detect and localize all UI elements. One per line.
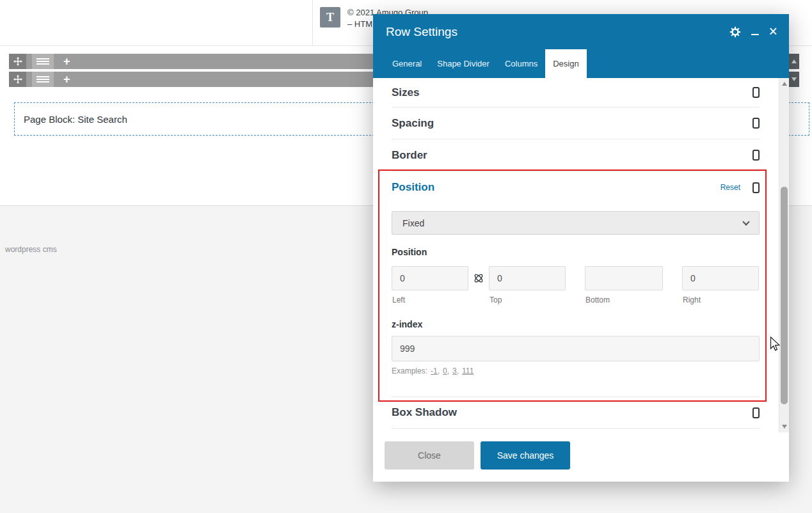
device-phone-icon[interactable] [752, 150, 760, 161]
move-row-up-button[interactable] [789, 54, 799, 69]
section-title: Sizes [392, 86, 419, 99]
chevron-up-icon [792, 59, 797, 63]
section-title: Border [392, 149, 427, 162]
section-title-position: Position [392, 181, 434, 194]
tab-columns[interactable]: Columns [497, 49, 545, 78]
position-left-input[interactable] [392, 266, 468, 290]
unlink-values-icon[interactable] [473, 272, 484, 284]
accordion-spacing[interactable]: Spacing [392, 107, 760, 139]
scroll-up-icon[interactable] [782, 82, 787, 86]
device-phone-icon[interactable] [752, 87, 760, 98]
example-link[interactable]: 3, [452, 367, 459, 375]
position-type-select[interactable]: Fixed [392, 211, 760, 235]
section-title: Box Shadow [392, 406, 457, 419]
zindex-examples: Examples:-1,0,3,111 [392, 367, 474, 375]
accordion-box-shadow[interactable]: Box Shadow [392, 397, 760, 429]
example-link[interactable]: 111 [462, 367, 474, 375]
field-label-right: Right [683, 296, 701, 304]
row-layout-icon[interactable] [32, 54, 54, 69]
move-row-handle[interactable] [9, 54, 26, 69]
zindex-input[interactable] [392, 336, 760, 361]
modal-footer: Close Save changes [373, 432, 789, 482]
modal-title: Row Settings [386, 25, 458, 39]
chevron-down-icon [742, 218, 749, 225]
move-icon [13, 75, 22, 84]
device-phone-icon[interactable] [752, 182, 760, 193]
modal-tab-bar: General Shape Divider Columns Design [373, 49, 789, 78]
modal-scrollbar[interactable] [779, 78, 789, 432]
position-top-input[interactable] [489, 266, 566, 290]
add-element-button[interactable]: + [63, 72, 70, 86]
text-block-icon: T [320, 7, 340, 28]
field-label-top: Top [490, 296, 502, 304]
copyright-text-line2: – HTM [347, 19, 372, 29]
example-link[interactable]: -1, [431, 367, 440, 375]
accordion-position[interactable]: Position Reset [392, 171, 760, 203]
position-bottom-input[interactable] [585, 266, 663, 290]
minimize-icon[interactable] [751, 28, 759, 35]
device-phone-icon[interactable] [752, 407, 760, 418]
save-changes-button[interactable]: Save changes [481, 441, 570, 470]
tab-general[interactable]: General [385, 49, 429, 78]
accordion-border[interactable]: Border [392, 139, 760, 171]
divider [312, 0, 313, 46]
modal-body: Sizes Spacing Border Position Reset Fixe… [373, 78, 789, 432]
field-label-left: Left [392, 296, 405, 304]
reset-link[interactable]: Reset [720, 183, 740, 192]
example-link[interactable]: 0, [443, 367, 449, 375]
section-title: Spacing [392, 117, 434, 130]
watermark-text: wordpress cms [5, 245, 57, 254]
examples-label: Examples: [392, 367, 427, 375]
add-element-button[interactable]: + [63, 54, 70, 68]
page-block-label: Page Block: Site Search [24, 114, 127, 125]
tab-shape-divider[interactable]: Shape Divider [429, 49, 497, 78]
close-icon[interactable]: × [769, 24, 777, 39]
modal-header: Row Settings [373, 14, 789, 49]
row-layout-icon[interactable] [32, 72, 54, 87]
row-settings-modal: Row Settings [373, 14, 789, 482]
move-icon [13, 57, 22, 66]
gear-icon[interactable] [729, 26, 741, 38]
close-button[interactable]: Close [385, 441, 474, 470]
device-phone-icon[interactable] [752, 118, 760, 129]
chevron-down-icon [792, 77, 797, 81]
move-row-down-button[interactable] [789, 72, 799, 87]
tab-design[interactable]: Design [545, 49, 586, 78]
accordion-sizes[interactable]: Sizes [392, 78, 760, 107]
position-right-input[interactable] [682, 266, 759, 290]
field-label-bottom: Bottom [585, 296, 610, 304]
position-type-value: Fixed [402, 218, 424, 228]
scrollbar-thumb[interactable] [781, 187, 788, 404]
position-group-label: Position [392, 247, 427, 257]
zindex-label: z-index [392, 319, 422, 329]
scroll-down-icon[interactable] [782, 425, 787, 429]
move-row-handle[interactable] [9, 72, 26, 87]
